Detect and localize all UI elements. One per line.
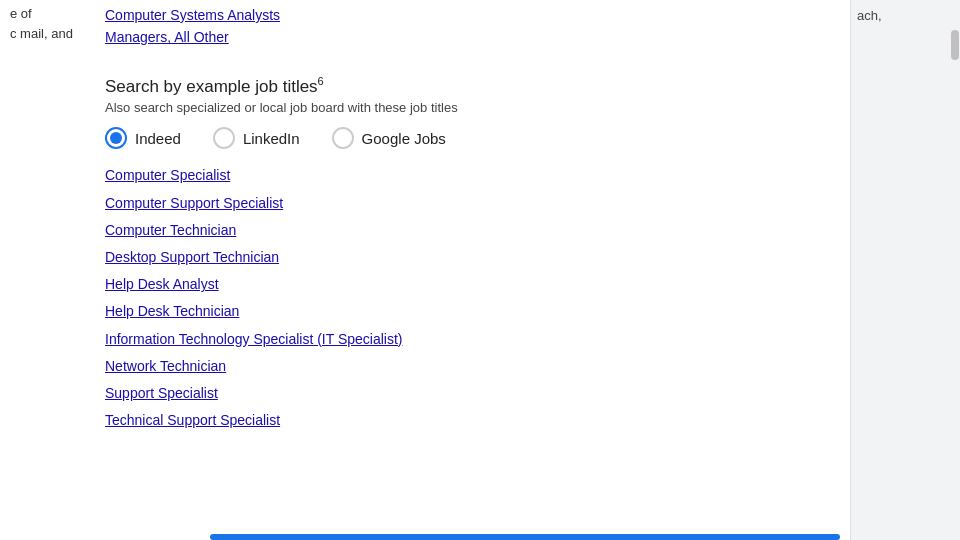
job-link[interactable]: Information Technology Specialist (IT Sp… — [105, 327, 850, 352]
job-link[interactable]: Help Desk Analyst — [105, 272, 850, 297]
job-link[interactable]: Desktop Support Technician — [105, 245, 850, 270]
top-link[interactable]: Managers, All Other — [105, 26, 850, 48]
job-link[interactable]: Help Desk Technician — [105, 299, 850, 324]
job-link[interactable]: Computer Specialist — [105, 163, 850, 188]
left-text-2: c mail, and — [10, 24, 95, 44]
radio-label: LinkedIn — [243, 130, 300, 147]
radio-circle — [332, 127, 354, 149]
scrollbar-track[interactable] — [950, 0, 960, 540]
page-container: e of c mail, and Computer Systems Analys… — [0, 0, 960, 540]
bottom-bar — [210, 534, 840, 540]
radio-option-indeed[interactable]: Indeed — [105, 127, 181, 149]
radio-option-google-jobs[interactable]: Google Jobs — [332, 127, 446, 149]
section-title: Search by example job titles6 — [105, 75, 850, 97]
top-links: Computer Systems AnalystsManagers, All O… — [105, 0, 850, 49]
job-link[interactable]: Technical Support Specialist — [105, 408, 850, 433]
scrollbar-thumb[interactable] — [951, 30, 959, 60]
right-sidebar-text: ach, — [851, 0, 960, 31]
left-text-1: e of — [10, 4, 95, 24]
subtitle: Also search specialized or local job boa… — [105, 100, 850, 115]
radio-option-linkedin[interactable]: LinkedIn — [213, 127, 300, 149]
radio-group: IndeedLinkedInGoogle Jobs — [105, 127, 850, 149]
job-link[interactable]: Network Technician — [105, 354, 850, 379]
job-link[interactable]: Computer Technician — [105, 218, 850, 243]
job-link[interactable]: Computer Support Specialist — [105, 191, 850, 216]
right-sidebar: ach, — [850, 0, 960, 540]
job-link[interactable]: Support Specialist — [105, 381, 850, 406]
main-content: Computer Systems AnalystsManagers, All O… — [105, 0, 850, 540]
radio-label: Google Jobs — [362, 130, 446, 147]
left-sidebar: e of c mail, and — [0, 0, 105, 540]
radio-label: Indeed — [135, 130, 181, 147]
radio-circle — [213, 127, 235, 149]
top-link[interactable]: Computer Systems Analysts — [105, 4, 850, 26]
search-section: Search by example job titles6 Also searc… — [105, 49, 850, 434]
radio-circle — [105, 127, 127, 149]
job-links: Computer SpecialistComputer Support Spec… — [105, 163, 850, 433]
